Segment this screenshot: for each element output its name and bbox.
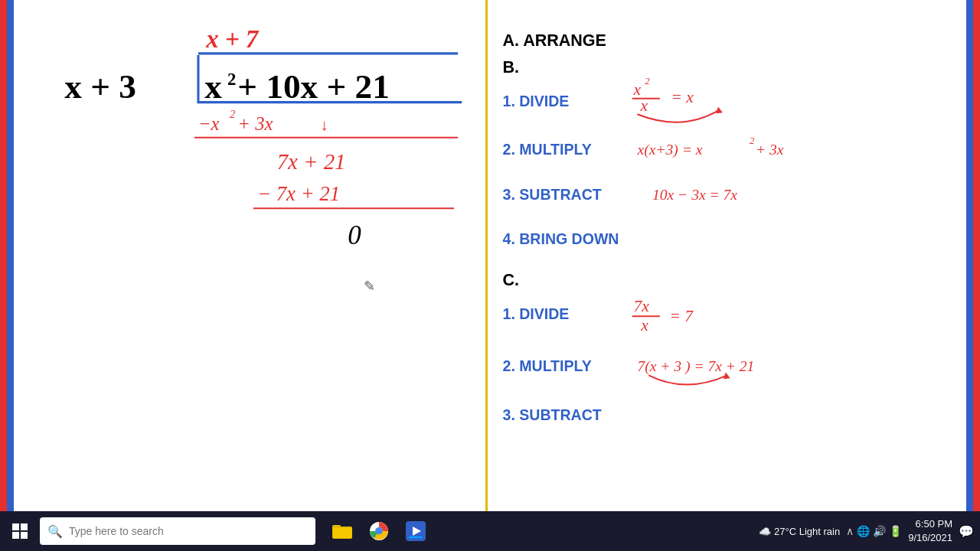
svg-text:2. MULTIPLY: 2. MULTIPLY: [502, 357, 591, 374]
svg-text:3. SUBTRACT: 3. SUBTRACT: [502, 186, 601, 203]
weather-info: ☁️ 27°C Light rain: [759, 526, 840, 537]
taskbar-app-icons: [327, 516, 431, 546]
battery-icon[interactable]: 🔋: [889, 525, 902, 537]
right-math-svg: A. ARRANGE B. 1. DIVIDE x 2 x = x 2. MUL…: [488, 0, 967, 511]
svg-text:+ 10x + 21: + 10x + 21: [237, 67, 389, 106]
svg-text:x: x: [639, 96, 648, 115]
system-tray: ☁️ 27°C Light rain ∧ 🌐 🔊 🔋 6:50 PM 9/16/…: [759, 511, 974, 551]
svg-rect-43: [21, 523, 28, 530]
search-bar[interactable]: 🔍: [40, 517, 315, 545]
svg-marker-40: [723, 372, 730, 379]
svg-text:x: x: [204, 67, 222, 106]
svg-text:= x: = x: [671, 88, 694, 106]
svg-text:x + 7: x + 7: [205, 25, 260, 53]
svg-text:2: 2: [750, 135, 755, 146]
svg-text:3. SUBTRACT: 3. SUBTRACT: [502, 406, 601, 423]
svg-text:−x: −x: [198, 113, 220, 134]
svg-text:7x + 21: 7x + 21: [277, 149, 346, 174]
main-content: x + 7 x + 3 x 2 + 10x + 21 −x 2 + 3x ↓ 7…: [0, 0, 980, 511]
svg-text:− 7x + 21: − 7x + 21: [257, 182, 340, 205]
svg-text:7(x + 3 ) = 7x + 21: 7(x + 3 ) = 7x + 21: [637, 358, 754, 375]
svg-text:2: 2: [645, 76, 650, 86]
svg-text:B.: B.: [502, 58, 519, 77]
chevron-up-icon[interactable]: ∧: [846, 525, 854, 537]
weather-icon: ☁️: [759, 526, 771, 537]
tray-icons: ∧ 🌐 🔊 🔋: [846, 525, 902, 537]
file-explorer-icon[interactable]: [327, 516, 358, 546]
taskbar: 🔍: [0, 511, 980, 551]
svg-text:2. MULTIPLY: 2. MULTIPLY: [502, 141, 591, 158]
svg-text:A. ARRANGE: A. ARRANGE: [502, 31, 606, 50]
svg-rect-48: [333, 528, 351, 538]
left-panel: x + 7 x + 3 x 2 + 10x + 21 −x 2 + 3x ↓ 7…: [14, 0, 488, 511]
network-icon[interactable]: 🌐: [857, 525, 870, 537]
svg-text:C.: C.: [502, 271, 519, 289]
search-icon: 🔍: [47, 524, 63, 539]
svg-text:2: 2: [227, 70, 236, 89]
svg-text:↓: ↓: [320, 116, 328, 133]
search-input[interactable]: [69, 525, 308, 537]
time-display: 6:50 PM: [908, 517, 952, 531]
notification-icon[interactable]: 💬: [959, 524, 974, 539]
svg-rect-44: [12, 532, 19, 539]
svg-text:10x − 3x = 7x: 10x − 3x = 7x: [652, 187, 737, 203]
svg-text:0: 0: [348, 220, 361, 250]
svg-rect-54: [409, 536, 423, 538]
clock[interactable]: 6:50 PM 9/16/2021: [908, 517, 952, 545]
border-right: [966, 0, 980, 511]
svg-text:1. DIVIDE: 1. DIVIDE: [502, 93, 569, 109]
svg-text:x + 3: x + 3: [64, 67, 136, 106]
svg-text:x(x+3) = x: x(x+3) = x: [636, 142, 702, 158]
svg-text:= 7: = 7: [669, 307, 694, 325]
date-display: 9/16/2021: [908, 531, 952, 545]
svg-text:x: x: [632, 80, 641, 99]
svg-text:1. DIVIDE: 1. DIVIDE: [502, 305, 569, 322]
chrome-icon[interactable]: [364, 516, 394, 546]
svg-text:+ 3x: + 3x: [755, 142, 783, 158]
volume-icon[interactable]: 🔊: [873, 525, 886, 537]
weather-text: 27°C Light rain: [774, 526, 840, 537]
svg-marker-24: [716, 107, 723, 114]
left-math-svg: x + 7 x + 3 x 2 + 10x + 21 −x 2 + 3x ↓ 7…: [14, 0, 485, 511]
svg-text:✎: ✎: [364, 278, 375, 294]
svg-text:4. BRING DOWN: 4. BRING DOWN: [502, 230, 619, 247]
svg-rect-42: [12, 523, 19, 530]
svg-text:+ 3x: + 3x: [237, 113, 273, 134]
svg-rect-45: [21, 532, 28, 539]
media-player-icon[interactable]: [400, 516, 431, 546]
right-panel: A. ARRANGE B. 1. DIVIDE x 2 x = x 2. MUL…: [488, 0, 967, 511]
svg-point-51: [376, 528, 382, 534]
svg-text:7x: 7x: [633, 297, 649, 315]
svg-text:x: x: [640, 316, 648, 334]
border-left: [0, 0, 14, 511]
svg-text:2: 2: [230, 108, 235, 120]
start-button[interactable]: [4, 515, 36, 547]
